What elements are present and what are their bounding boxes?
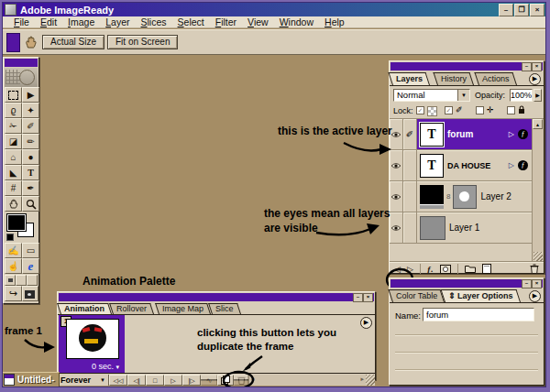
- lock-all-checkbox[interactable]: [507, 106, 515, 114]
- opacity-field[interactable]: 100%: [510, 89, 533, 102]
- layer-effects-icon[interactable]: ƒ: [518, 129, 528, 139]
- toolbox-titlebar[interactable]: [5, 59, 38, 67]
- eyedropper-tool[interactable]: ✒: [22, 180, 39, 196]
- lock-image-checkbox[interactable]: ✓: [445, 106, 453, 114]
- palette-minimize-button[interactable]: –: [353, 293, 363, 302]
- layer-name[interactable]: forum: [447, 129, 473, 139]
- duplicate-frame-button[interactable]: [217, 375, 234, 386]
- stop-button[interactable]: □: [146, 375, 164, 386]
- menu-filter[interactable]: Filter: [210, 16, 242, 27]
- paint-bucket-tool[interactable]: ◣: [5, 165, 22, 180]
- scroll-right-icon[interactable]: ▸: [360, 376, 364, 383]
- frame-delay-select[interactable]: 0 sec. ▾: [92, 362, 119, 371]
- layer-options-titlebar[interactable]: – ×: [390, 279, 543, 288]
- palette-close-button[interactable]: ×: [363, 293, 373, 302]
- shape-tool[interactable]: ●: [22, 149, 39, 165]
- layer-row-forum[interactable]: ✐ T forum ▷ ƒ: [390, 119, 532, 150]
- forward-frame-icon[interactable]: ▷: [407, 265, 413, 274]
- pencil-tool[interactable]: ✏: [22, 134, 39, 149]
- menu-layer[interactable]: Layer: [100, 16, 135, 27]
- mask-link-icon[interactable]: 8: [446, 192, 450, 201]
- eraser-tool[interactable]: ◪: [5, 134, 22, 149]
- menu-image[interactable]: Image: [62, 16, 100, 27]
- maximize-button[interactable]: ❐: [514, 4, 529, 16]
- tab-slice[interactable]: Slice: [212, 303, 241, 314]
- layer-mask-thumbnail[interactable]: [453, 185, 477, 209]
- paintbrush-tool[interactable]: ✐: [22, 118, 39, 134]
- fullscreen-mode-button[interactable]: [27, 275, 38, 286]
- tab-image-map[interactable]: Image Map: [159, 303, 211, 314]
- add-mask-button[interactable]: [440, 265, 451, 274]
- lock-position-checkbox[interactable]: [476, 106, 484, 114]
- edit-indicator-empty[interactable]: [403, 212, 417, 243]
- jump-to-app-icon[interactable]: [22, 286, 39, 301]
- tab-actions[interactable]: Actions: [478, 72, 517, 85]
- layer-name[interactable]: Layer 2: [480, 191, 511, 201]
- trash-icon[interactable]: [530, 264, 539, 274]
- menu-slices[interactable]: Slices: [136, 16, 172, 27]
- edit-indicator-empty[interactable]: [403, 181, 417, 212]
- animation-hscrollbar[interactable]: ◂ ▸: [248, 375, 375, 386]
- scroll-up-icon[interactable]: ▴: [533, 119, 543, 129]
- layer-name[interactable]: DA HOUSE: [447, 161, 490, 170]
- layer-name-input[interactable]: [423, 308, 534, 321]
- layer-thumbnail[interactable]: [420, 185, 444, 209]
- magic-wand-tool[interactable]: ✦: [22, 103, 39, 118]
- menu-view[interactable]: View: [242, 16, 274, 27]
- animation-frame-1[interactable]: 1 0 sec. ▾: [59, 315, 125, 373]
- menu-file[interactable]: File: [8, 16, 35, 27]
- scroll-left-icon[interactable]: ◂: [251, 376, 255, 383]
- blend-mode-select[interactable]: Normal ▼: [393, 89, 470, 102]
- layer-effects-button[interactable]: ƒ.: [427, 265, 434, 274]
- forward-frame-button[interactable]: |▷: [182, 375, 201, 386]
- layer-thumbnail[interactable]: [420, 216, 446, 240]
- preview-document-button[interactable]: ☝: [5, 258, 22, 274]
- play-button[interactable]: ▷: [164, 375, 182, 386]
- menu-window[interactable]: Window: [274, 16, 319, 27]
- tween-button[interactable]: ∿: [201, 375, 217, 386]
- toggle-image-maps-button[interactable]: ✍: [5, 243, 22, 258]
- tab-history[interactable]: History: [437, 72, 474, 85]
- slice-tool[interactable]: ✁: [5, 118, 22, 134]
- resize-grip[interactable]: [366, 375, 375, 386]
- jump-to-photoshop-button[interactable]: ↪: [5, 286, 22, 301]
- actual-size-button[interactable]: Actual Size: [42, 35, 104, 49]
- zoom-tool[interactable]: [22, 196, 39, 212]
- move-tool[interactable]: ▶: [22, 87, 39, 103]
- menu-help[interactable]: Help: [319, 16, 350, 27]
- menu-edit[interactable]: Edit: [35, 16, 62, 27]
- layers-palette-titlebar[interactable]: – ×: [390, 62, 543, 71]
- resize-grip[interactable]: [534, 252, 543, 261]
- layers-scrollbar[interactable]: ▴: [532, 119, 544, 261]
- preview-in-browser-button[interactable]: e: [22, 258, 39, 274]
- clone-stamp-tool[interactable]: ⌂: [5, 149, 22, 165]
- layer-row-layer2[interactable]: 8 Layer 2: [390, 181, 532, 212]
- standard-screen-mode-button[interactable]: [5, 275, 16, 286]
- loop-count-select[interactable]: Forever ▼: [58, 375, 109, 386]
- rectangular-marquee-tool[interactable]: [5, 87, 22, 103]
- layer-thumbnail[interactable]: T: [420, 123, 444, 147]
- effects-expand-icon[interactable]: ▷: [509, 130, 514, 138]
- window-titlebar[interactable]: Adobe ImageReady – ❐ ×: [3, 3, 546, 16]
- visibility-eye-icon[interactable]: [390, 181, 403, 212]
- layer-row-da-house[interactable]: T DA HOUSE ▷ ƒ: [390, 150, 532, 181]
- first-frame-button[interactable]: ◁◁: [109, 375, 127, 386]
- menu-select[interactable]: Select: [172, 16, 210, 27]
- paintbrush-edit-icon[interactable]: ✐: [403, 119, 417, 149]
- fullscreen-menubar-mode-button[interactable]: [16, 275, 27, 286]
- lock-transparency-checkbox[interactable]: ✓: [416, 106, 424, 114]
- tab-rollover[interactable]: Rollover: [113, 303, 154, 314]
- delete-frame-trash-icon[interactable]: [234, 375, 248, 386]
- document-taskbar-item[interactable]: Untitled-: [1, 372, 60, 387]
- crop-tool[interactable]: #: [5, 180, 22, 196]
- animation-titlebar[interactable]: – ×: [59, 293, 374, 301]
- frame-thumbnail[interactable]: [66, 319, 119, 359]
- effects-expand-icon[interactable]: ▷: [509, 161, 514, 169]
- palette-menu-icon[interactable]: ▶: [360, 317, 372, 329]
- foreground-color-swatch[interactable]: [6, 213, 27, 232]
- tab-layers[interactable]: Layers: [392, 72, 430, 85]
- layer-effects-icon[interactable]: ƒ: [518, 160, 528, 170]
- layer-name[interactable]: Layer 1: [449, 223, 479, 233]
- lasso-tool[interactable]: ϱ: [5, 103, 22, 118]
- type-tool[interactable]: T: [22, 165, 39, 180]
